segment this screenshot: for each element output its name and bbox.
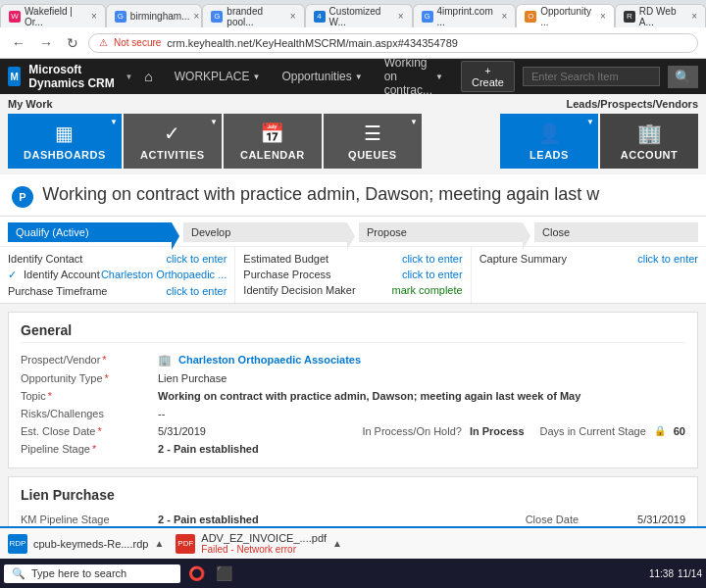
- identify-account-link[interactable]: Charleston Orthopaedic ...: [101, 269, 227, 281]
- tab-close-8[interactable]: ×: [691, 11, 697, 22]
- capture-summary-label: Capture Summary: [479, 253, 567, 265]
- not-secure-icon: ⚠: [99, 37, 108, 48]
- taskbar-time: 11:38: [649, 568, 674, 579]
- back-button[interactable]: ←: [8, 33, 29, 53]
- tab-close-5[interactable]: ×: [501, 11, 507, 22]
- topic-label: Topic: [21, 390, 158, 402]
- dashboards-icon: ▦: [55, 122, 74, 145]
- download-item-pdf[interactable]: PDF ADV_EZ_INVOICE_....pdf Failed - Netw…: [176, 532, 342, 555]
- stage-close[interactable]: Close: [534, 222, 698, 242]
- chevron-down-icon-2: ▼: [355, 73, 363, 81]
- close-date-value: 5/31/2019: [158, 425, 346, 437]
- download-bar: RDP cpub-keymeds-Re....rdp ▲ PDF ADV_EZ_…: [0, 526, 706, 559]
- estimated-budget-label: Estimated Budget: [243, 253, 328, 265]
- opportunity-type-label: Opportunity Type: [21, 372, 158, 384]
- tab-favicon-7: O: [525, 11, 536, 23]
- stage-close-label: Close: [542, 226, 570, 238]
- rdp-chevron-icon[interactable]: ▲: [154, 538, 164, 549]
- tile-spacer: [424, 114, 498, 169]
- lock-icon: 🔒: [654, 425, 666, 436]
- tile-row: ▼ ▦ DASHBOARDS ▼ ✓ ACTIVITIES 📅 CALENDAR…: [0, 114, 706, 174]
- home-button[interactable]: ⌂: [144, 69, 152, 84]
- tab-label-1: Wakefield | Or...: [25, 6, 87, 27]
- stage-qualify[interactable]: Qualify (Active): [8, 222, 172, 242]
- stage-develop-label: Develop: [191, 226, 230, 238]
- tab-customized[interactable]: 4 Customized W... ×: [305, 4, 413, 27]
- purchase-process-link[interactable]: click to enter: [402, 269, 463, 280]
- chevron-icon-leads: ▼: [586, 118, 594, 126]
- taskbar-search-box[interactable]: 🔍 Type here to search: [4, 564, 180, 583]
- tile-dashboards[interactable]: ▼ ▦ DASHBOARDS: [8, 114, 122, 169]
- tab-close-2[interactable]: ×: [193, 11, 199, 22]
- reload-button[interactable]: ↻: [63, 33, 82, 53]
- prospect-value[interactable]: 🏢 Charleston Orthopaedic Associates: [158, 354, 685, 367]
- stage-col-propose: Capture Summary click to enter: [472, 247, 706, 303]
- page-title-bar: P Working on contract with practice admi…: [0, 174, 706, 217]
- stage-propose-label: Propose: [367, 226, 407, 238]
- tab-close-4[interactable]: ×: [398, 11, 404, 22]
- tile-leads[interactable]: ▼ 👤 LEADS: [500, 114, 598, 169]
- address-bar[interactable]: ⚠ Not secure crm.keyhealth.net/KeyHealth…: [88, 33, 698, 53]
- purchase-timeframe-link[interactable]: click to enter: [167, 285, 227, 297]
- download-item-rdp[interactable]: RDP cpub-keymeds-Re....rdp ▲: [8, 534, 164, 554]
- pdf-file-icon: PDF: [176, 534, 195, 554]
- record-icon: P: [12, 186, 33, 208]
- purchase-process-label: Purchase Process: [243, 269, 330, 280]
- page-title: Working on contract with practice admin,…: [42, 184, 599, 204]
- tab-favicon-5: G: [422, 11, 433, 23]
- tab-close-7[interactable]: ×: [600, 11, 606, 22]
- tab-branded[interactable]: G branded pool... ×: [202, 4, 304, 27]
- tab-label-5: 4imprint.com ...: [437, 6, 498, 27]
- crm-search-button[interactable]: 🔍: [668, 66, 698, 88]
- decision-maker-link[interactable]: mark complete: [392, 284, 463, 296]
- capture-summary-link[interactable]: click to enter: [637, 253, 698, 265]
- calendar-label: CALENDAR: [240, 149, 305, 161]
- tab-favicon-2: G: [115, 11, 126, 23]
- create-button[interactable]: + Create: [461, 61, 515, 92]
- chevron-down-icon-3: ▼: [435, 73, 443, 81]
- stage-propose[interactable]: Propose: [359, 222, 523, 242]
- stage-row-estimated-budget: Estimated Budget click to enter: [243, 251, 462, 267]
- general-section: General Prospect/Vendor 🏢 Charleston Ort…: [8, 312, 698, 468]
- opportunity-type-value: Lien Purchase: [158, 372, 685, 384]
- tab-rd-web[interactable]: R RD Web A... ×: [615, 4, 706, 27]
- stage-develop[interactable]: Develop: [183, 222, 347, 242]
- tab-wakefield[interactable]: W Wakefield | Or... ×: [0, 4, 106, 27]
- nav-working-on[interactable]: Working on contrac... ▼: [375, 52, 453, 101]
- pdf-chevron-icon[interactable]: ▲: [332, 538, 342, 549]
- tile-calendar[interactable]: 📅 CALENDAR: [224, 114, 322, 169]
- taskbar-taskview-icon[interactable]: ⬛: [212, 562, 235, 585]
- crm-search-input[interactable]: [523, 67, 660, 86]
- tab-4imprint[interactable]: G 4imprint.com ... ×: [413, 4, 517, 27]
- nav-workplace[interactable]: WORKPLACE ▼: [165, 66, 271, 87]
- tab-close-1[interactable]: ×: [91, 11, 97, 22]
- tab-label-3: branded pool...: [227, 6, 285, 27]
- lien-close-date-value: 5/31/2019: [637, 514, 685, 525]
- dashboards-label: DASHBOARDS: [24, 149, 106, 161]
- activities-label: ACTIVITIES: [140, 149, 205, 161]
- tile-accounts[interactable]: 🏢 ACCOUNT: [600, 114, 698, 169]
- stage-col-qualify: Identify Contact click to enter ✓ Identi…: [0, 247, 235, 303]
- identify-contact-link[interactable]: click to enter: [167, 253, 227, 265]
- nav-opportunities[interactable]: Opportunities ▼: [272, 66, 372, 87]
- field-row-pipeline-stage: Pipeline Stage 2 - Pain established: [21, 440, 685, 458]
- days-value: 60: [674, 425, 685, 437]
- tab-birmingham[interactable]: G birmingham... ×: [106, 4, 203, 27]
- tab-close-3[interactable]: ×: [290, 11, 296, 22]
- forward-button[interactable]: →: [35, 33, 57, 53]
- taskbar-sys-tray: 11:38 11/14: [649, 568, 702, 579]
- chevron-down-icon: ▼: [252, 73, 260, 81]
- tile-queues[interactable]: ▼ ☰ QUEUES: [324, 114, 422, 169]
- in-process-group: In Process/On Hold? In Process: [362, 425, 524, 437]
- tile-activities[interactable]: ▼ ✓ ACTIVITIES: [124, 114, 222, 169]
- decision-maker-label: Identify Decision Maker: [243, 284, 355, 296]
- taskbar-cortana-icon[interactable]: ⭕: [184, 562, 208, 585]
- taskbar-search-placeholder: Type here to search: [31, 567, 126, 579]
- estimated-budget-link[interactable]: click to enter: [402, 253, 463, 265]
- tab-favicon-1: W: [9, 11, 21, 23]
- stage-row-identify-contact: Identify Contact click to enter: [8, 251, 227, 267]
- crm-logo-icon: M: [8, 67, 21, 86]
- tab-opportunity[interactable]: O Opportunity ... ×: [516, 4, 615, 27]
- queues-icon: ☰: [364, 122, 381, 145]
- crm-logo-chevron[interactable]: ▼: [125, 73, 132, 81]
